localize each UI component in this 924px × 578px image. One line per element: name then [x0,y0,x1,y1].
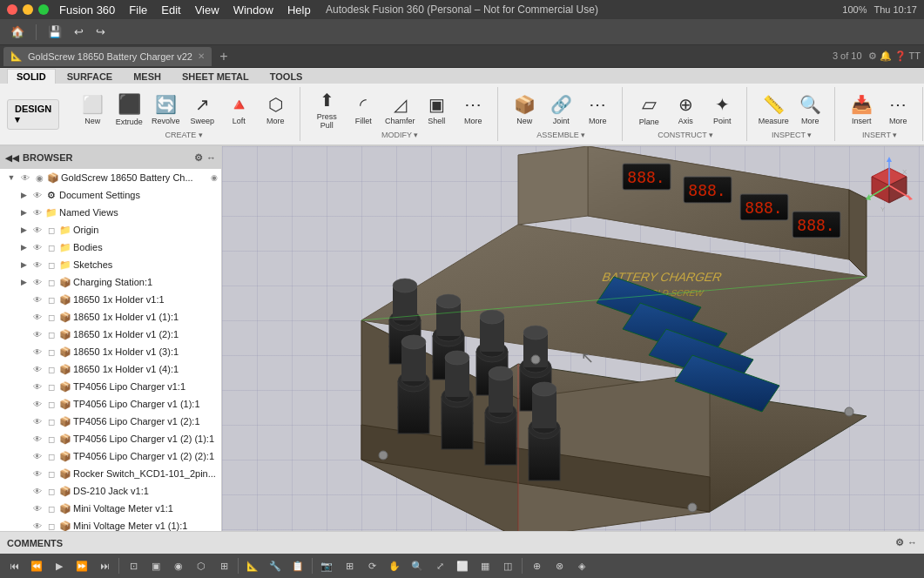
playback-next-btn[interactable]: ⏩ [71,556,92,575]
tree-item-0[interactable]: ▶👁◻📦Charging Station:1 [0,273,221,291]
browser-expand-icon[interactable]: ↔ [206,152,216,164]
eye-icon-docsettings[interactable]: 👁 [31,191,44,200]
bt-visual-btn[interactable]: ◫ [497,556,518,575]
bt-orbit-btn[interactable]: ⟳ [361,556,382,575]
eye-icon-comp-10[interactable]: 👁 [31,452,44,461]
vis-icon-comp-3[interactable]: ◻ [45,330,57,339]
tree-arrow-bodies[interactable]: ▶ [17,243,30,252]
modify-more-btn[interactable]: ⋯More [455,90,490,130]
mac-menu-edit[interactable]: Edit [161,3,180,17]
vis-icon-sketches[interactable]: ◻ [45,260,57,270]
eye-icon-comp-14[interactable]: 👁 [31,521,44,531]
maximize-button[interactable] [38,4,49,15]
tree-arrow-comp-0[interactable]: ▶ [17,278,30,286]
eye-icon-comp-2[interactable]: 👁 [31,313,44,322]
bt-tool-8[interactable]: 📋 [287,556,308,575]
tree-item-6[interactable]: 👁◻📦TP4056 Lipo Charger v1:1 [0,378,221,395]
bt-display-btn[interactable]: ⬜ [452,556,473,575]
assemble-joint-btn[interactable]: 🔗Joint [543,90,578,130]
design-dropdown-btn[interactable]: DESIGN ▾ [7,99,59,130]
toolbar-redo-btn[interactable]: ↪ [92,24,109,40]
mac-menu-help[interactable]: Help [287,3,311,17]
vis-icon-comp-7[interactable]: ◻ [45,400,57,409]
construct-plane-btn[interactable]: ▱Plane [631,90,666,130]
modify-chamfer-btn[interactable]: ◿Chamfer [382,90,417,130]
eye-icon-origin[interactable]: 👁 [31,225,44,235]
tree-item-9[interactable]: 👁◻📦TP4056 Lipo Charger v1 (2) (1):1 [0,430,221,447]
bt-tool-2[interactable]: ▣ [145,556,166,575]
bt-extra-1[interactable]: ⊕ [526,556,547,575]
bt-extra-3[interactable]: ◈ [571,556,592,575]
eye-icon-comp-9[interactable]: 👁 [31,434,44,444]
tree-arrow-namedviews[interactable]: ▶ [17,208,30,217]
tree-pin-root[interactable]: ◉ [211,173,218,182]
bt-pan-btn[interactable]: ✋ [384,556,405,575]
eye-icon-comp-5[interactable]: 👁 [31,365,44,374]
vis-icon-comp-10[interactable]: ◻ [45,452,57,461]
tree-item-namedviews[interactable]: ▶ 👁 📁 Named Views [0,204,221,221]
tree-arrow-root[interactable]: ▼ [5,173,17,182]
bt-camera-btn[interactable]: 📷 [316,556,337,575]
vis-icon-comp-11[interactable]: ◻ [45,469,57,479]
tree-item-10[interactable]: 👁◻📦TP4056 Lipo Charger v1 (2) (2):1 [0,447,221,465]
assemble-more-btn[interactable]: ⋯More [580,90,615,130]
tree-item-12[interactable]: 👁◻📦DS-210 Jack v1:1 [0,482,221,500]
insert-derive-btn[interactable]: 📥Insert [844,90,879,130]
toolbar-undo-btn[interactable]: ↩ [71,24,87,40]
tree-item-3[interactable]: 👁◻📦18650 1x Holder v1 (2):1 [0,326,221,343]
eye-icon-root[interactable]: 👁 [19,173,31,183]
eye-icon-comp-12[interactable]: 👁 [31,487,44,496]
create-revolve-btn[interactable]: 🔄Revolve [148,90,183,130]
create-sweep-btn[interactable]: ↗Sweep [185,90,219,130]
vis-icon-comp-12[interactable]: ◻ [45,487,57,496]
tree-item-14[interactable]: 👁◻📦Mini Voltage Meter v1 (1):1 [0,517,221,531]
tree-item-docsettings[interactable]: ▶ 👁 ⚙ Document Settings [0,186,221,204]
vis-icon-comp-2[interactable]: ◻ [45,313,57,322]
bt-tool-4[interactable]: ⬡ [191,556,212,575]
tree-item-root[interactable]: ▼ 👁 ◉ 📦 GoldScrew 18650 Battery Ch... ◉ [0,169,221,186]
insert-more-btn[interactable]: ⋯More [880,90,915,130]
create-more-btn[interactable]: ⬡More [258,90,293,130]
bt-tool-3[interactable]: ◉ [168,556,189,575]
tree-item-origin[interactable]: ▶ 👁 ◻ 📁 Origin [0,221,221,239]
bt-tool-7[interactable]: 🔧 [265,556,286,575]
bt-tool-1[interactable]: ⊡ [123,556,144,575]
close-button[interactable] [7,4,17,15]
bt-tool-6[interactable]: 📐 [242,556,263,575]
minimize-button[interactable] [23,4,33,15]
ribbon-tab-tools[interactable]: TOOLS [260,69,313,84]
mac-menu-window[interactable]: Window [233,3,273,17]
modify-fillet-btn[interactable]: ◜Fillet [346,90,381,130]
tree-arrow-sketches[interactable]: ▶ [17,260,30,269]
vis-icon-comp-14[interactable]: ◻ [45,521,57,531]
ribbon-tab-surface[interactable]: SURFACE [57,69,123,84]
tree-item-4[interactable]: 👁◻📦18650 1x Holder v1 (3):1 [0,343,221,360]
tree-item-13[interactable]: 👁◻📦Mini Voltage Meter v1:1 [0,500,221,517]
eye-icon-comp-7[interactable]: 👁 [31,400,44,409]
mac-menu-view[interactable]: View [195,3,219,17]
mac-app-name[interactable]: Fusion 360 [59,3,115,17]
eye-icon-sketches[interactable]: 👁 [31,260,44,270]
bt-zoom-all-btn[interactable]: ⤢ [429,556,450,575]
eye-icon-comp-11[interactable]: 👁 [31,469,44,479]
mac-menu-file[interactable]: File [129,3,147,17]
tree-item-bodies[interactable]: ▶ 👁 ◻ 📁 Bodies [0,239,221,256]
vis-icon-comp-4[interactable]: ◻ [45,347,57,357]
browser-settings-icon[interactable]: ⚙ [194,152,203,164]
vis-icon-comp-6[interactable]: ◻ [45,382,57,392]
vis-icon-comp-0[interactable]: ◻ [45,278,57,287]
construct-axis-btn[interactable]: ⊕Axis [668,90,703,130]
eye-icon-comp-0[interactable]: 👁 [31,278,44,287]
tree-item-8[interactable]: 👁◻📦TP4056 Lipo Charger v1 (2):1 [0,413,221,430]
create-new-component-btn[interactable]: ⬜New [75,90,110,130]
vis-icon-comp-9[interactable]: ◻ [45,434,57,444]
eye-icon-comp-3[interactable]: 👁 [31,330,44,339]
tree-arrow-origin[interactable]: ▶ [17,225,30,234]
construct-point-btn[interactable]: ✦Point [705,90,739,130]
bt-zoom-btn[interactable]: 🔍 [407,556,428,575]
eye-icon-namedviews[interactable]: 👁 [31,208,44,218]
modify-press-pull-btn[interactable]: ⬆Press Pull [309,90,344,130]
comments-expand-icon[interactable]: ↔ [907,537,917,548]
tree-item-7[interactable]: 👁◻📦TP4056 Lipo Charger v1 (1):1 [0,395,221,413]
bt-section-btn[interactable]: ▦ [475,556,496,575]
